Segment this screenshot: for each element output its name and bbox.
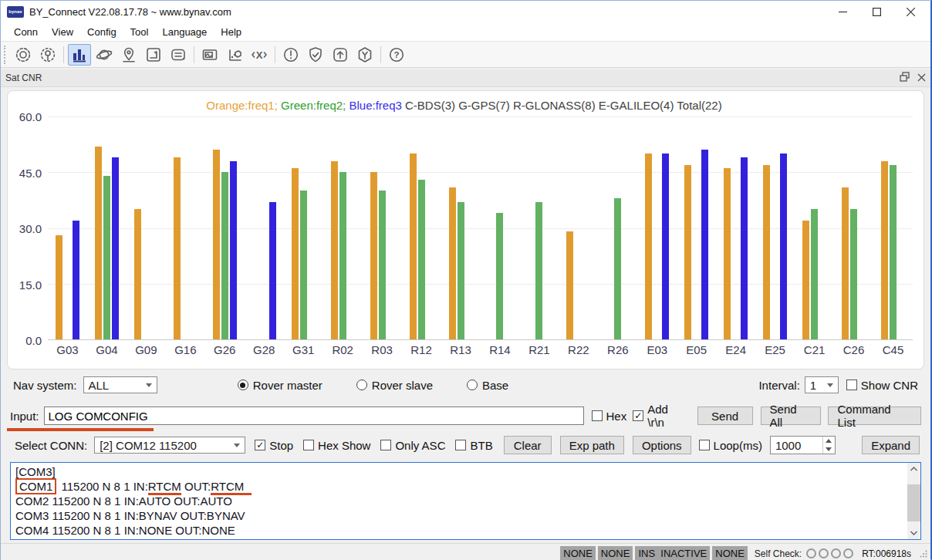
message-list-icon[interactable] (167, 44, 190, 66)
bar-group-r22: R22 (566, 116, 590, 339)
send-all-button[interactable]: Send All (761, 407, 822, 425)
bar-group-c21: C21 (802, 116, 826, 339)
warning-icon[interactable] (279, 44, 302, 66)
menu-help[interactable]: Help (214, 24, 248, 40)
send-button[interactable]: Send (697, 407, 753, 425)
radio-rover-master[interactable]: Rover master (238, 379, 322, 392)
radio-icon (467, 380, 478, 390)
spinner-up-icon[interactable] (823, 437, 835, 445)
hex-checkbox[interactable]: Hex (592, 410, 627, 423)
app-window: bynav BY_Connect V22.08.17.78 ~ www.byna… (0, 0, 932, 560)
bar-freq2-r26 (614, 198, 621, 339)
checkbox-icon (380, 440, 391, 450)
add-rn-checkbox[interactable]: ✓ Add \r\n (633, 403, 687, 429)
scrollbar-thumb[interactable] (907, 484, 920, 521)
expand-button[interactable]: Expand (862, 436, 920, 454)
help-icon[interactable]: ? (385, 44, 408, 66)
menu-config[interactable]: Config (80, 24, 123, 40)
globe-orbit-icon[interactable] (93, 44, 116, 66)
btb-checkbox[interactable]: BTB (455, 439, 492, 452)
console-output[interactable]: [COM3]COM1 115200 N 8 1 IN:RTCM OUT:RTCM… (11, 463, 907, 539)
bar-freq2-r21 (535, 202, 542, 339)
annotated-text: RTCM (211, 480, 252, 495)
console-text-segment: [COM3] (15, 465, 56, 478)
check-shield-icon[interactable] (304, 44, 327, 66)
y-tick-label: 30.0 (19, 222, 42, 235)
menu-tool[interactable]: Tool (123, 24, 156, 40)
bar-freq2-c26 (850, 209, 857, 339)
self-check-label: Self Check: (755, 548, 802, 559)
x-tick-label: G28 (253, 343, 275, 356)
maximize-button[interactable] (859, 2, 893, 22)
radio-label: Base (482, 379, 508, 392)
input-row: Input: Hex ✓ Add \r\n Send Send All Comm… (7, 405, 924, 427)
svg-text:?: ? (393, 50, 399, 59)
scroll-down-icon[interactable] (907, 527, 920, 539)
bar-freq1-e24 (724, 168, 731, 339)
bar-freq1-c26 (842, 187, 849, 339)
status-badge: NONE (560, 546, 596, 560)
menu-view[interactable]: View (45, 24, 80, 40)
exp-path-button[interactable]: Exp path (560, 436, 624, 454)
checkbox-icon (455, 440, 466, 450)
close-panel-icon[interactable] (917, 71, 926, 85)
window-title: BY_Connect V22.08.17.78 ~ www.bynav.com (29, 6, 231, 18)
scroll-up-icon[interactable] (907, 463, 920, 475)
bar-freq1-e03 (645, 153, 652, 339)
float-panel-icon[interactable] (900, 71, 910, 85)
self-check-indicator (843, 548, 853, 558)
loop-interval-spinner[interactable]: 1000 (770, 436, 836, 454)
spinner-down-icon[interactable] (823, 445, 835, 454)
x-tick-label: G16 (174, 343, 196, 356)
location-scan-icon[interactable] (36, 44, 59, 66)
bar-group-r02: R02 (331, 116, 355, 339)
conn-select[interactable]: [2] COM12 115200 (94, 437, 245, 454)
upload-icon[interactable] (329, 44, 352, 66)
hex-show-checkbox[interactable]: Hex Show (303, 439, 370, 452)
menu-conn[interactable]: Conn (7, 24, 45, 40)
chevron-down-icon (827, 383, 833, 387)
only-asc-checkbox[interactable]: Only ASC (380, 439, 445, 452)
bar-freq3-g04 (112, 157, 119, 339)
nav-system-select[interactable]: ALL (83, 376, 157, 393)
app-logo-icon: bynav (7, 6, 24, 18)
panel-title: Sat CNR (5, 73, 42, 83)
x-tick-label: E25 (765, 343, 785, 356)
menu-language[interactable]: Language (155, 24, 214, 40)
map-pin-icon[interactable] (117, 44, 140, 66)
show-cnr-checkbox[interactable]: Show CNR (846, 379, 918, 392)
command-input[interactable] (44, 407, 584, 425)
command-list-button[interactable]: Command List (828, 407, 921, 425)
minimize-button[interactable] (826, 2, 859, 22)
bar-freq2-r12 (418, 180, 425, 339)
toolbar-drag-handle[interactable] (4, 46, 8, 64)
bar-group-r21: R21 (527, 116, 551, 339)
y-shield-icon[interactable] (353, 44, 377, 66)
plot-track-icon[interactable] (142, 44, 165, 66)
bar-freq2-g04 (103, 176, 110, 339)
interval-label: Interval: (758, 379, 799, 392)
interval-select[interactable]: 1 (805, 376, 839, 393)
toolbar-separator (63, 46, 64, 63)
sat-cnr-chart-icon[interactable] (68, 44, 91, 66)
svg-text:X: X (256, 49, 263, 60)
scrollbar-track[interactable] (907, 475, 920, 527)
console-line: COM1 115200 N 8 1 IN:RTCM OUT:RTCM (15, 479, 903, 494)
radio-base[interactable]: Base (467, 379, 508, 392)
radio-rover-slave[interactable]: Rover slave (356, 379, 433, 392)
console-scrollbar[interactable] (907, 463, 920, 539)
image-info-icon[interactable] (198, 44, 221, 66)
options-button[interactable]: Options (633, 436, 691, 454)
stop-checkbox[interactable]: ✓ Stop (255, 439, 293, 452)
x-axis-icon[interactable]: X (248, 44, 271, 66)
bar-freq2-r13 (458, 202, 464, 339)
bar-group-r14: R14 (488, 116, 512, 339)
scatter-3d-icon[interactable] (223, 44, 246, 66)
close-button[interactable] (893, 2, 927, 22)
loop-ms-checkbox[interactable]: Loop(ms) (699, 439, 762, 452)
settings-gear-icon[interactable] (12, 44, 35, 66)
status-badge: NONE (598, 546, 633, 560)
clear-button[interactable]: Clear (504, 436, 552, 454)
resize-grip-icon[interactable] (920, 547, 927, 560)
bar-freq2-c21 (811, 209, 818, 339)
